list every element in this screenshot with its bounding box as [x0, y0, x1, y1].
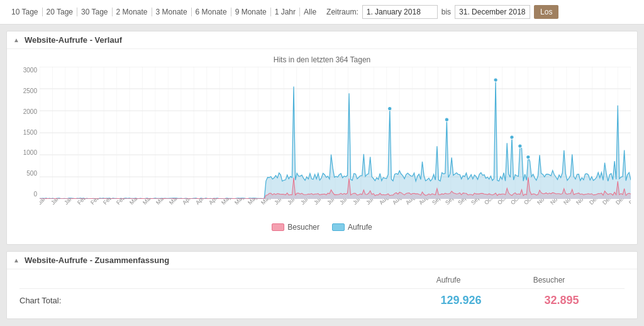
x-label: Sep 6 — [431, 199, 446, 206]
svg-point-59 — [526, 155, 530, 159]
summary-collapse-arrow[interactable]: ▲ — [13, 257, 19, 264]
y-label: 2000 — [13, 108, 40, 115]
summary-panel-header: ▲ Website-Aufrufe - Zusammenfassung — [7, 252, 637, 269]
chart-panel-header: ▲ Website-Aufrufe - Verlauf — [7, 31, 637, 49]
chart-collapse-arrow[interactable]: ▲ — [13, 37, 19, 43]
chart-area: Hits in den letzten 364 Tagen 0500100015… — [7, 49, 637, 244]
chart-panel-title: Website-Aufrufe - Verlauf — [25, 35, 122, 45]
x-label: Jul 12 — [338, 199, 353, 206]
filter-link-5[interactable]: 6 Monate — [192, 8, 231, 16]
summary-data-row-0: Chart Total:129.92632.895 — [19, 288, 625, 312]
filter-link-6[interactable]: 9 Monate — [231, 8, 271, 16]
zeitraum-label: Zeitraum: — [326, 8, 358, 16]
x-label: Dec 31 — [628, 199, 631, 206]
legend-color-box-0 — [272, 223, 284, 231]
y-label: 3000 — [13, 67, 40, 74]
svg-point-55 — [388, 106, 392, 110]
legend-item-1: Aufrufe — [332, 223, 372, 232]
filter-link-4[interactable]: 3 Monate — [152, 8, 192, 16]
date-range: Zeitraum: bis Los — [326, 5, 558, 19]
date-bis-label: bis — [441, 8, 451, 16]
summary-content: AufrufeBesucher Chart Total:129.92632.89… — [7, 269, 637, 318]
filter-link-2[interactable]: 30 Tage — [77, 8, 113, 16]
summary-col-header-0: Aufrufe — [398, 276, 499, 284]
x-label: Jul 20 — [352, 199, 367, 206]
x-label: May 9 — [233, 199, 248, 206]
summary-panel: ▲ Website-Aufrufe - Zusammenfassung Aufr… — [6, 251, 638, 319]
go-button[interactable]: Los — [534, 5, 558, 19]
chart-svg — [40, 67, 631, 199]
svg-point-57 — [510, 135, 514, 139]
summary-header-row: AufrufeBesucher — [19, 276, 625, 284]
date-to-input[interactable] — [455, 5, 530, 19]
legend-label-1: Aufrufe — [348, 223, 372, 232]
time-filter-links: 10 Tage20 Tage30 Tage2 Monate3 Monate6 M… — [8, 8, 320, 16]
svg-point-56 — [445, 118, 448, 121]
filter-link-7[interactable]: 1 Jahr — [271, 8, 300, 16]
chart-legend: BesucherAufrufe — [13, 223, 631, 232]
chart-container: 050010001500200025003000 Jan 9Jan 17Jan … — [13, 67, 631, 218]
x-label: Jan 9 — [40, 199, 51, 206]
x-label: Mar 6 — [128, 199, 143, 206]
x-label: Jul 28 — [365, 199, 380, 206]
x-label: Jun 2 — [273, 199, 287, 206]
y-label: 1500 — [13, 129, 40, 136]
x-label: Aug 5 — [378, 199, 393, 206]
chart-subtitle: Hits in den letzten 364 Tagen — [13, 55, 631, 64]
summary-panel-title: Website-Aufrufe - Zusammenfassung — [25, 256, 169, 265]
besucher-value-0: 32.895 — [524, 294, 625, 307]
y-label: 0 — [13, 191, 40, 198]
legend-item-0: Besucher — [272, 223, 319, 232]
summary-rows: Chart Total:129.92632.895 — [19, 288, 625, 312]
summary-row-label-0: Chart Total: — [19, 296, 423, 305]
y-label: 1000 — [13, 149, 40, 156]
x-label: Nov 1 — [536, 199, 551, 206]
filter-link-3[interactable]: 2 Monate — [113, 8, 152, 16]
filter-link-8[interactable]: Alle — [300, 8, 320, 16]
date-from-input[interactable] — [362, 5, 438, 19]
top-bar: 10 Tage20 Tage30 Tage2 Monate3 Monate6 M… — [0, 0, 644, 25]
aufrufe-value-0: 129.926 — [423, 294, 524, 307]
svg-point-58 — [518, 144, 522, 148]
x-label: Nov 9 — [549, 199, 564, 206]
legend-color-box-1 — [332, 223, 345, 231]
summary-col-header-1: Besucher — [499, 276, 599, 284]
x-axis: Jan 9Jan 17Jan 25Feb 2Feb 10Feb 18Feb 26… — [40, 199, 631, 218]
y-label: 2500 — [13, 87, 40, 94]
x-label: Oct 6 — [483, 199, 497, 206]
y-label: 500 — [13, 170, 40, 177]
legend-label-0: Besucher — [287, 223, 319, 232]
x-label: Dec 3 — [588, 199, 603, 206]
chart-panel: ▲ Website-Aufrufe - Verlauf Hits in den … — [6, 31, 638, 245]
x-label: Feb 2 — [76, 199, 91, 206]
filter-link-0[interactable]: 10 Tage — [8, 8, 43, 16]
x-label: Apr 7 — [181, 199, 195, 206]
filter-link-1[interactable]: 20 Tage — [43, 8, 78, 16]
chart-inner — [40, 67, 631, 199]
svg-point-54 — [494, 78, 497, 82]
x-label: May 1 — [220, 199, 235, 206]
x-label: Jul 4 — [326, 199, 339, 206]
y-axis: 050010001500200025003000 — [13, 67, 40, 199]
